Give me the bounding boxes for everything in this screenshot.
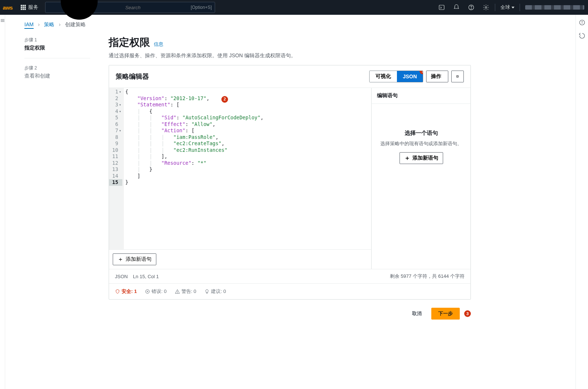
fullscreen-button[interactable] <box>451 71 464 82</box>
statement-sidebar-header: 编辑语句 <box>372 88 470 104</box>
lint-errors[interactable]: 错误: 0 <box>145 288 166 295</box>
svg-point-4 <box>471 8 471 9</box>
notifications-button[interactable] <box>449 0 464 15</box>
status-chars: 剩余 5977 个字符，共 6144 个字符 <box>390 273 465 280</box>
statement-sidebar: 编辑语句 选择一个语句 选择策略中的现有语句或添加新语句。 ＋添加新语句 <box>371 88 470 269</box>
add-statement-button-bottom[interactable]: ＋添加新语句 <box>113 253 156 265</box>
info-icon[interactable] <box>579 19 585 26</box>
region-selector[interactable]: 全球 <box>497 4 518 11</box>
global-nav: aws 服务 [Option+S] 全球 <box>0 0 588 15</box>
editor-mode-toggle: 可视化 JSON 1 <box>369 71 423 82</box>
caret-down-icon <box>511 7 514 8</box>
search-input[interactable] <box>125 5 188 10</box>
svg-rect-6 <box>456 75 458 77</box>
cloudshell-button[interactable] <box>434 0 449 15</box>
lint-security[interactable]: 安全: 1 <box>115 288 137 295</box>
wizard-steps: 步骤 1 指定权限 步骤 2 查看和创建 <box>24 35 90 320</box>
breadcrumb-iam[interactable]: IAM <box>24 21 34 29</box>
svg-rect-2 <box>439 5 444 10</box>
info-link[interactable]: 信息 <box>154 41 163 48</box>
svg-point-5 <box>485 7 487 8</box>
status-cursor: Ln 15, Col 1 <box>133 274 159 279</box>
svg-point-15 <box>582 21 582 21</box>
policy-editor-panel: 策略编辑器 可视化 JSON 1 操作 1▾ 2 3▾ 4▾ 5 6 7 <box>109 65 471 300</box>
help-button[interactable] <box>464 0 479 15</box>
breadcrumb-current: 创建策略 <box>65 21 86 27</box>
page-subtitle: 通过选择服务、操作、资源和条件来添加权限。使用 JSON 编辑器生成权限语句。 <box>109 52 471 59</box>
cancel-button[interactable]: 取消 <box>407 308 427 320</box>
chevron-right-icon: › <box>59 21 61 27</box>
json-mode-button[interactable]: JSON <box>397 71 423 82</box>
hamburger-icon <box>1 18 4 23</box>
wizard-step-1[interactable]: 步骤 1 指定权限 <box>24 35 90 58</box>
global-search[interactable]: [Option+S] <box>45 2 215 13</box>
callout-badge-3: 3 <box>464 310 471 317</box>
editor-statusbar: JSON Ln 15, Col 1 剩余 5977 个字符，共 6144 个字符 <box>109 269 470 283</box>
add-statement-button-side[interactable]: ＋添加新语句 <box>400 152 443 164</box>
settings-button[interactable] <box>479 0 493 15</box>
grid-icon <box>21 5 26 10</box>
lint-suggestions[interactable]: 建议: 0 <box>204 288 226 295</box>
code-content[interactable]: 2{ "Version": "2012-10-17", "Statement":… <box>124 88 371 249</box>
visual-mode-button[interactable]: 可视化 <box>370 71 397 82</box>
status-lang: JSON <box>115 274 128 279</box>
line-gutter: 1▾ 2 3▾ 4▾ 5 6 7▾ 8 9 10 11 12 13 14 15 <box>109 88 124 249</box>
search-shortcut: [Option+S] <box>191 5 212 10</box>
callout-badge-2: 2 <box>221 96 228 103</box>
breadcrumb-policies[interactable]: 策略 <box>44 21 54 27</box>
lint-bar: 安全: 1 错误: 0 警告: 0 建议: 0 <box>109 283 470 299</box>
services-menu[interactable]: 服务 <box>16 0 44 15</box>
account-menu[interactable] <box>525 5 584 10</box>
actions-dropdown[interactable]: 操作 <box>426 71 448 82</box>
panel-title: 策略编辑器 <box>116 72 369 81</box>
lint-warnings[interactable]: 警告: 0 <box>175 288 196 295</box>
services-label: 服务 <box>28 4 38 11</box>
breadcrumb: IAM › 策略 › 创建策略 <box>5 15 575 28</box>
next-button[interactable]: 下一步 <box>431 308 460 320</box>
wizard-step-2[interactable]: 步骤 2 查看和创建 <box>24 64 90 86</box>
right-rail <box>575 15 588 389</box>
svg-rect-7 <box>457 76 458 77</box>
svg-point-12 <box>177 293 177 293</box>
left-rail-collapsed[interactable] <box>0 15 5 389</box>
wizard-footer: 取消 下一步 3 <box>109 308 471 320</box>
aws-logo: aws <box>0 4 16 11</box>
statement-empty-title: 选择一个语句 <box>377 130 465 137</box>
chevron-right-icon: › <box>38 21 40 27</box>
json-editor[interactable]: 1▾ 2 3▾ 4▾ 5 6 7▾ 8 9 10 11 12 13 14 15 … <box>109 88 371 249</box>
statement-empty-desc: 选择策略中的现有语句或添加新语句。 <box>377 140 465 147</box>
refresh-icon[interactable] <box>579 33 585 39</box>
page-title: 指定权限 <box>109 35 150 50</box>
